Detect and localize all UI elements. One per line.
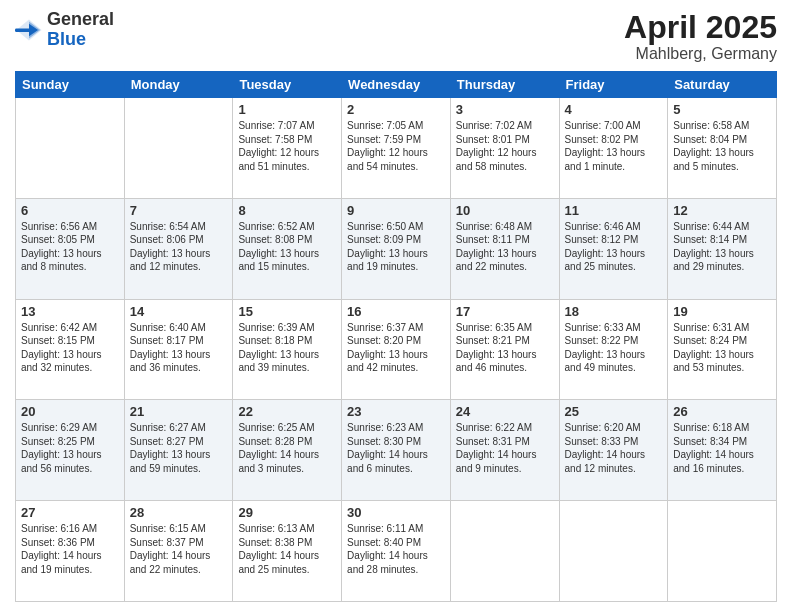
calendar-cell bbox=[668, 501, 777, 602]
calendar-cell: 18Sunrise: 6:33 AM Sunset: 8:22 PM Dayli… bbox=[559, 299, 668, 400]
day-info: Sunrise: 6:18 AM Sunset: 8:34 PM Dayligh… bbox=[673, 421, 771, 475]
weekday-header-thursday: Thursday bbox=[450, 72, 559, 98]
title-block: April 2025 Mahlberg, Germany bbox=[624, 10, 777, 63]
weekday-header-sunday: Sunday bbox=[16, 72, 125, 98]
calendar-cell: 22Sunrise: 6:25 AM Sunset: 8:28 PM Dayli… bbox=[233, 400, 342, 501]
day-number: 22 bbox=[238, 404, 336, 419]
weekday-header-row: SundayMondayTuesdayWednesdayThursdayFrid… bbox=[16, 72, 777, 98]
day-info: Sunrise: 6:50 AM Sunset: 8:09 PM Dayligh… bbox=[347, 220, 445, 274]
day-number: 20 bbox=[21, 404, 119, 419]
calendar-cell: 30Sunrise: 6:11 AM Sunset: 8:40 PM Dayli… bbox=[342, 501, 451, 602]
weekday-header-wednesday: Wednesday bbox=[342, 72, 451, 98]
day-info: Sunrise: 6:15 AM Sunset: 8:37 PM Dayligh… bbox=[130, 522, 228, 576]
calendar-cell: 24Sunrise: 6:22 AM Sunset: 8:31 PM Dayli… bbox=[450, 400, 559, 501]
calendar-cell: 23Sunrise: 6:23 AM Sunset: 8:30 PM Dayli… bbox=[342, 400, 451, 501]
day-info: Sunrise: 6:33 AM Sunset: 8:22 PM Dayligh… bbox=[565, 321, 663, 375]
day-number: 3 bbox=[456, 102, 554, 117]
logo-general: General bbox=[47, 10, 114, 30]
calendar-cell: 6Sunrise: 6:56 AM Sunset: 8:05 PM Daylig… bbox=[16, 198, 125, 299]
calendar-cell: 8Sunrise: 6:52 AM Sunset: 8:08 PM Daylig… bbox=[233, 198, 342, 299]
day-number: 18 bbox=[565, 304, 663, 319]
day-number: 28 bbox=[130, 505, 228, 520]
day-number: 13 bbox=[21, 304, 119, 319]
day-info: Sunrise: 6:13 AM Sunset: 8:38 PM Dayligh… bbox=[238, 522, 336, 576]
day-number: 7 bbox=[130, 203, 228, 218]
calendar-cell: 28Sunrise: 6:15 AM Sunset: 8:37 PM Dayli… bbox=[124, 501, 233, 602]
day-number: 8 bbox=[238, 203, 336, 218]
day-number: 14 bbox=[130, 304, 228, 319]
calendar-cell: 19Sunrise: 6:31 AM Sunset: 8:24 PM Dayli… bbox=[668, 299, 777, 400]
week-row-3: 13Sunrise: 6:42 AM Sunset: 8:15 PM Dayli… bbox=[16, 299, 777, 400]
day-info: Sunrise: 6:16 AM Sunset: 8:36 PM Dayligh… bbox=[21, 522, 119, 576]
day-info: Sunrise: 6:54 AM Sunset: 8:06 PM Dayligh… bbox=[130, 220, 228, 274]
day-info: Sunrise: 6:42 AM Sunset: 8:15 PM Dayligh… bbox=[21, 321, 119, 375]
weekday-header-friday: Friday bbox=[559, 72, 668, 98]
day-number: 9 bbox=[347, 203, 445, 218]
day-number: 27 bbox=[21, 505, 119, 520]
day-info: Sunrise: 6:29 AM Sunset: 8:25 PM Dayligh… bbox=[21, 421, 119, 475]
calendar-cell: 20Sunrise: 6:29 AM Sunset: 8:25 PM Dayli… bbox=[16, 400, 125, 501]
day-info: Sunrise: 6:23 AM Sunset: 8:30 PM Dayligh… bbox=[347, 421, 445, 475]
calendar-cell: 10Sunrise: 6:48 AM Sunset: 8:11 PM Dayli… bbox=[450, 198, 559, 299]
calendar-cell: 11Sunrise: 6:46 AM Sunset: 8:12 PM Dayli… bbox=[559, 198, 668, 299]
day-info: Sunrise: 6:58 AM Sunset: 8:04 PM Dayligh… bbox=[673, 119, 771, 173]
day-info: Sunrise: 6:56 AM Sunset: 8:05 PM Dayligh… bbox=[21, 220, 119, 274]
calendar-cell: 21Sunrise: 6:27 AM Sunset: 8:27 PM Dayli… bbox=[124, 400, 233, 501]
day-info: Sunrise: 7:02 AM Sunset: 8:01 PM Dayligh… bbox=[456, 119, 554, 173]
weekday-header-tuesday: Tuesday bbox=[233, 72, 342, 98]
day-info: Sunrise: 7:07 AM Sunset: 7:58 PM Dayligh… bbox=[238, 119, 336, 173]
day-info: Sunrise: 6:22 AM Sunset: 8:31 PM Dayligh… bbox=[456, 421, 554, 475]
day-info: Sunrise: 6:11 AM Sunset: 8:40 PM Dayligh… bbox=[347, 522, 445, 576]
day-info: Sunrise: 7:00 AM Sunset: 8:02 PM Dayligh… bbox=[565, 119, 663, 173]
day-number: 1 bbox=[238, 102, 336, 117]
svg-rect-4 bbox=[15, 28, 30, 32]
day-number: 15 bbox=[238, 304, 336, 319]
calendar-cell: 17Sunrise: 6:35 AM Sunset: 8:21 PM Dayli… bbox=[450, 299, 559, 400]
day-number: 10 bbox=[456, 203, 554, 218]
calendar-cell bbox=[16, 98, 125, 199]
calendar-cell: 25Sunrise: 6:20 AM Sunset: 8:33 PM Dayli… bbox=[559, 400, 668, 501]
calendar-cell: 16Sunrise: 6:37 AM Sunset: 8:20 PM Dayli… bbox=[342, 299, 451, 400]
calendar-cell: 14Sunrise: 6:40 AM Sunset: 8:17 PM Dayli… bbox=[124, 299, 233, 400]
calendar-cell: 4Sunrise: 7:00 AM Sunset: 8:02 PM Daylig… bbox=[559, 98, 668, 199]
logo-blue: Blue bbox=[47, 30, 114, 50]
day-number: 6 bbox=[21, 203, 119, 218]
day-info: Sunrise: 6:52 AM Sunset: 8:08 PM Dayligh… bbox=[238, 220, 336, 274]
logo-text: General Blue bbox=[47, 10, 114, 50]
day-number: 19 bbox=[673, 304, 771, 319]
day-number: 24 bbox=[456, 404, 554, 419]
day-info: Sunrise: 6:31 AM Sunset: 8:24 PM Dayligh… bbox=[673, 321, 771, 375]
calendar-cell bbox=[559, 501, 668, 602]
week-row-4: 20Sunrise: 6:29 AM Sunset: 8:25 PM Dayli… bbox=[16, 400, 777, 501]
day-info: Sunrise: 6:48 AM Sunset: 8:11 PM Dayligh… bbox=[456, 220, 554, 274]
logo: General Blue bbox=[15, 10, 114, 50]
day-number: 26 bbox=[673, 404, 771, 419]
weekday-header-monday: Monday bbox=[124, 72, 233, 98]
day-number: 25 bbox=[565, 404, 663, 419]
day-info: Sunrise: 6:27 AM Sunset: 8:27 PM Dayligh… bbox=[130, 421, 228, 475]
day-number: 21 bbox=[130, 404, 228, 419]
day-number: 29 bbox=[238, 505, 336, 520]
calendar: SundayMondayTuesdayWednesdayThursdayFrid… bbox=[15, 71, 777, 602]
day-info: Sunrise: 6:44 AM Sunset: 8:14 PM Dayligh… bbox=[673, 220, 771, 274]
calendar-cell: 26Sunrise: 6:18 AM Sunset: 8:34 PM Dayli… bbox=[668, 400, 777, 501]
calendar-cell: 9Sunrise: 6:50 AM Sunset: 8:09 PM Daylig… bbox=[342, 198, 451, 299]
week-row-2: 6Sunrise: 6:56 AM Sunset: 8:05 PM Daylig… bbox=[16, 198, 777, 299]
day-number: 16 bbox=[347, 304, 445, 319]
day-info: Sunrise: 6:39 AM Sunset: 8:18 PM Dayligh… bbox=[238, 321, 336, 375]
week-row-5: 27Sunrise: 6:16 AM Sunset: 8:36 PM Dayli… bbox=[16, 501, 777, 602]
day-number: 30 bbox=[347, 505, 445, 520]
page: General Blue April 2025 Mahlberg, German… bbox=[0, 0, 792, 612]
calendar-cell: 29Sunrise: 6:13 AM Sunset: 8:38 PM Dayli… bbox=[233, 501, 342, 602]
week-row-1: 1Sunrise: 7:07 AM Sunset: 7:58 PM Daylig… bbox=[16, 98, 777, 199]
day-number: 17 bbox=[456, 304, 554, 319]
calendar-cell: 5Sunrise: 6:58 AM Sunset: 8:04 PM Daylig… bbox=[668, 98, 777, 199]
weekday-header-saturday: Saturday bbox=[668, 72, 777, 98]
day-info: Sunrise: 6:20 AM Sunset: 8:33 PM Dayligh… bbox=[565, 421, 663, 475]
day-info: Sunrise: 6:46 AM Sunset: 8:12 PM Dayligh… bbox=[565, 220, 663, 274]
calendar-cell: 7Sunrise: 6:54 AM Sunset: 8:06 PM Daylig… bbox=[124, 198, 233, 299]
day-info: Sunrise: 6:25 AM Sunset: 8:28 PM Dayligh… bbox=[238, 421, 336, 475]
logo-icon bbox=[15, 16, 43, 44]
calendar-cell: 12Sunrise: 6:44 AM Sunset: 8:14 PM Dayli… bbox=[668, 198, 777, 299]
day-info: Sunrise: 7:05 AM Sunset: 7:59 PM Dayligh… bbox=[347, 119, 445, 173]
